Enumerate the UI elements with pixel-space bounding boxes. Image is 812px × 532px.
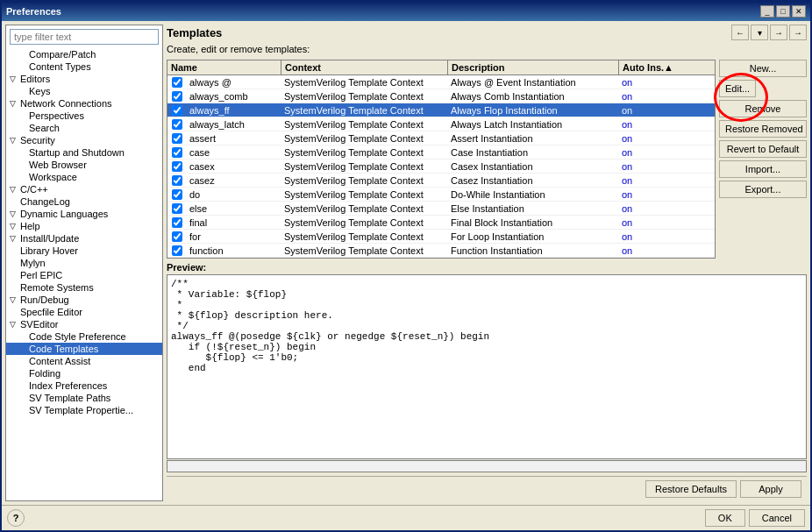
expand-icon: ▽ [10,320,18,329]
template-checkbox[interactable] [172,189,182,200]
tree-item-content-assist[interactable]: Content Assist [6,355,162,367]
template-checkbox[interactable] [172,105,182,116]
table-row[interactable]: always_combSystemVerilog Template Contex… [167,89,715,103]
th-description[interactable]: Description [448,60,619,74]
template-checkbox[interactable] [172,161,182,172]
preview-content: /** * Variable: ${flop} * * ${flop} desc… [167,274,807,459]
window-bottom: ? OK Cancel [2,505,810,530]
expand-icon: ▽ [10,295,18,304]
close-button[interactable]: ✕ [792,5,806,18]
tree-item-changelog[interactable]: ChangeLog [6,195,162,208]
title-bar: Preferences _ □ ✕ [2,2,810,21]
window-title: Preferences [6,6,61,17]
template-checkbox[interactable] [172,91,182,102]
apply-button[interactable]: Apply [740,480,801,498]
template-checkbox[interactable] [172,147,182,158]
restore-defaults-button[interactable]: Restore Defaults [645,480,737,498]
export--button[interactable]: Export... [719,181,807,198]
tree-item-folding[interactable]: Folding [6,367,162,379]
th-name[interactable]: Name [167,60,281,74]
new--button[interactable]: New... [719,60,807,77]
bottom-bar: Restore Defaults Apply [167,476,807,501]
tree-item-web-browser[interactable]: Web Browser [6,159,162,171]
tree-item-c/c++[interactable]: ▽C/C++ [6,183,162,195]
expand-icon: ▽ [10,185,18,194]
table-row[interactable]: doSystemVerilog Template ContextDo-While… [167,188,715,202]
table-row[interactable]: functionSystemVerilog Template ContextFu… [167,244,715,258]
table-row[interactable]: finalSystemVerilog Template ContextFinal… [167,216,715,230]
th-context[interactable]: Context [281,60,448,74]
import--button[interactable]: Import... [719,160,807,178]
template-checkbox[interactable] [172,133,182,144]
table-container: Name Context Description Auto Ins. ▲ [167,60,716,259]
tree-item-help[interactable]: ▽Help [6,220,162,232]
expand-icon: ▽ [10,136,18,145]
tree-item-index-preferences[interactable]: Index Preferences [6,379,162,392]
template-checkbox[interactable] [172,77,182,88]
tree-item-specfile-editor[interactable]: Specfile Editor [6,306,162,318]
table-row[interactable]: always @SystemVerilog Template ContextAl… [167,75,715,89]
tree-item-compare/patch[interactable]: Compare/Patch [6,48,162,60]
edit-button[interactable]: Edit... [719,80,756,97]
tree-item-startup-and-shutdown[interactable]: Startup and Shutdown [6,146,162,159]
tree-item-run/debug[interactable]: ▽Run/Debug [6,294,162,306]
header-nav: ← ▾ → → [731,25,807,40]
table-row[interactable]: casexSystemVerilog Template ContextCasex… [167,160,715,174]
nav-dropdown-button[interactable]: ▾ [751,25,768,40]
nav-forward-button[interactable]: → [770,25,787,40]
cancel-button[interactable]: Cancel [749,509,805,527]
tree-item-content-types[interactable]: Content Types [6,60,162,73]
tree-item-editors[interactable]: ▽Editors [6,73,162,85]
tree-item-sveditor[interactable]: ▽SVEditor [6,318,162,330]
tree-item-workspace[interactable]: Workspace [6,171,162,183]
template-checkbox[interactable] [172,217,182,228]
table-row[interactable]: casezSystemVerilog Template ContextCasez… [167,174,715,188]
tree-item-mylyn[interactable]: Mylyn [6,257,162,269]
templates-area: Name Context Description Auto Ins. ▲ [167,60,807,259]
tree-item-perspectives[interactable]: Perspectives [6,110,162,122]
template-checkbox[interactable] [172,175,182,186]
tree-item-install/update[interactable]: ▽Install/Update [6,232,162,245]
template-checkbox[interactable] [172,119,182,130]
revert-to-default-button[interactable]: Revert to Default [719,140,807,158]
tree-item-security[interactable]: ▽Security [6,134,162,146]
restore-removed-button[interactable]: Restore Removed [719,120,807,138]
table-header: Name Context Description Auto Ins. ▲ [167,60,715,75]
nav-back-button[interactable]: ← [731,25,749,40]
maximize-button[interactable]: □ [776,5,790,18]
tree-item-remote-systems[interactable]: Remote Systems [6,281,162,294]
tree-item-code-templates[interactable]: Code Templates [6,343,162,355]
table-row[interactable]: caseSystemVerilog Template ContextCase I… [167,145,715,160]
table-row[interactable]: assertSystemVerilog Template ContextAsse… [167,131,715,145]
tree-item-code-style-preference[interactable]: Code Style Preference [6,330,162,343]
template-checkbox[interactable] [172,231,182,242]
expand-icon: ▽ [10,209,18,218]
ok-button[interactable]: OK [705,509,745,527]
th-auto-ins[interactable]: Auto Ins. ▲ [619,60,667,74]
tree-item-keys[interactable]: Keys [6,85,162,97]
table-row[interactable]: elseSystemVerilog Template ContextElse I… [167,202,715,216]
tree-item-sv-template-paths[interactable]: SV Template Paths [6,392,162,404]
tree-item-sv-template-propertie...[interactable]: SV Template Propertie... [6,404,162,416]
table-row[interactable]: forSystemVerilog Template ContextFor Loo… [167,230,715,244]
expand-icon: ▽ [10,99,18,108]
template-checkbox[interactable] [172,203,182,214]
help-button[interactable]: ? [7,509,25,527]
expand-icon: ▽ [10,222,18,231]
tree-item-library-hover[interactable]: Library Hover [6,245,162,257]
tree-item-network-connections[interactable]: ▽Network Connections [6,97,162,110]
table-row[interactable]: always_ffSystemVerilog Template ContextA… [167,103,715,117]
tree-item-search[interactable]: Search [6,122,162,134]
nav-forward2-button[interactable]: → [789,25,807,40]
template-checkbox[interactable] [172,245,182,256]
minimize-button[interactable]: _ [760,5,774,18]
expand-icon: ▽ [10,234,18,243]
horizontal-scrollbar[interactable] [167,460,807,472]
filter-input[interactable] [10,29,159,45]
expand-icon: ▽ [10,74,18,83]
tree-item-dynamic-languages[interactable]: ▽Dynamic Languages [6,208,162,220]
remove-button[interactable]: Remove [719,100,807,117]
tree-item-perl-epic[interactable]: Perl EPIC [6,269,162,281]
table-row[interactable]: always_latchSystemVerilog Template Conte… [167,117,715,131]
left-panel: Compare/PatchContent Types▽EditorsKeys▽N… [5,25,163,501]
